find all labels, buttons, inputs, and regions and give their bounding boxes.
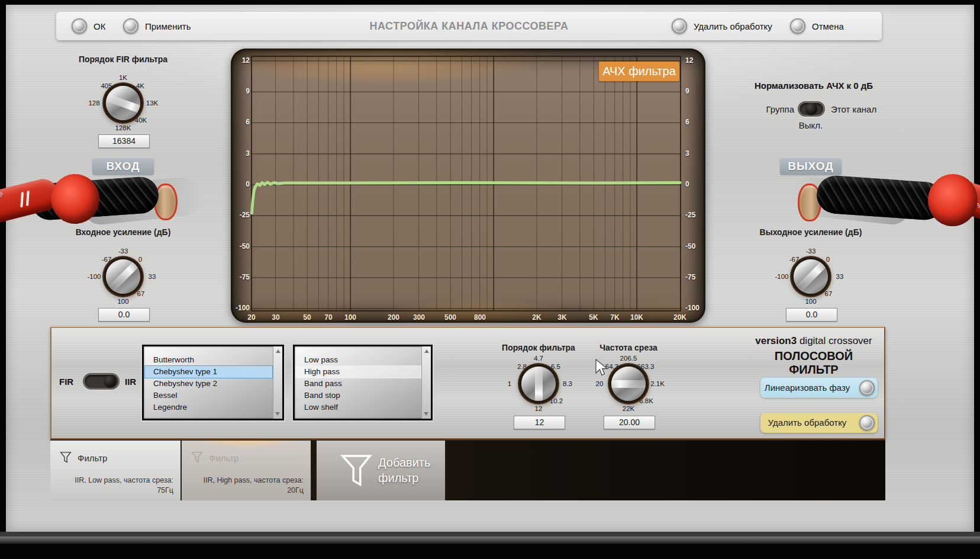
filter-type-item[interactable]: Chebyshev type 2 <box>145 378 272 390</box>
filter-tab-1-value: 75Гц <box>56 486 173 496</box>
filter-kind-item-selected[interactable]: High pass <box>296 366 421 378</box>
delete-filter-processing-button[interactable]: Удалить обработку <box>760 413 878 433</box>
input-gain-knob[interactable] <box>106 259 140 294</box>
filter-kind-item[interactable]: Band pass <box>296 378 421 390</box>
response-chart: 12 9 6 3 0 -25 -50 -75 -100 12 9 6 3 0 -… <box>231 49 705 323</box>
filter-tab-2-desc: IIR, High pass, частота среза: 20Гц <box>188 476 304 496</box>
fir-toggle-label: FIR <box>59 377 73 387</box>
fir-order-value[interactable]: 16384 <box>98 134 150 148</box>
gain-tick: -67 <box>102 256 112 263</box>
filter-type-list: Butterworth Chebyshev type 1 Chebyshev t… <box>142 345 284 420</box>
gain-tick: -33 <box>118 248 128 255</box>
input-gain-label: Входное усиление (дБ) <box>59 227 187 237</box>
gain-tick: 0 <box>138 256 142 263</box>
order-tick: 1 <box>508 380 511 387</box>
input-gain-knob-group: -100 -67 -33 0 33 67 100 <box>73 240 173 311</box>
output-gain-value[interactable]: 0.0 <box>786 308 837 322</box>
funnel-icon <box>340 454 372 489</box>
filter-type-item-selected[interactable]: Chebyshev type 1 <box>145 366 272 378</box>
filter-kind-scrollbar[interactable] <box>421 346 431 419</box>
cutoff-tick: 6.8K <box>639 397 653 404</box>
normalize-toggle[interactable] <box>798 101 825 117</box>
fir-tick: 13K <box>146 99 158 107</box>
filter-type-item[interactable]: Bessel <box>145 390 272 401</box>
cutoff-tick: 206.5 <box>620 355 637 362</box>
gain-tick: 33 <box>149 273 156 280</box>
gain-tick: 67 <box>825 290 833 297</box>
filter-section-title: ПОЛОСОВОЙ ФИЛЬТР <box>750 349 878 377</box>
filter-kind-item[interactable]: Low shelf <box>296 401 421 413</box>
cutoff-tick: 663.3 <box>637 363 655 370</box>
filter-kind-item[interactable]: Low pass <box>296 354 421 366</box>
filter-tab-2[interactable]: Фильтр IIR, High pass, частота среза: 20… <box>182 441 312 500</box>
cancel-button[interactable]: Отмена <box>790 12 844 40</box>
mouse-cursor-icon <box>594 359 610 377</box>
filter-tab-1-desc-line: IIR, Low pass, частота среза: <box>56 476 173 486</box>
output-gain-knob[interactable] <box>794 259 828 294</box>
fir-iir-toggle[interactable] <box>83 373 120 390</box>
iir-toggle-label: IIR <box>125 377 136 387</box>
scroll-up-icon[interactable] <box>276 349 281 353</box>
gain-tick: 67 <box>137 290 145 297</box>
delete-processing-button-label: Удалить обработку <box>694 21 772 31</box>
order-tick: 10.2 <box>550 397 563 404</box>
filter-type-item[interactable]: Legendre <box>145 401 272 413</box>
gain-tick: 33 <box>836 273 844 280</box>
input-badge: ВХОД <box>92 158 154 175</box>
gain-tick: 100 <box>805 298 816 305</box>
filter-tab-2-desc-line: IIR, High pass, частота среза: <box>188 476 304 486</box>
filter-order-knob-group: 1 2.8 4.7 6.5 8.3 10.2 12 <box>488 347 589 418</box>
scroll-down-icon[interactable] <box>424 412 428 416</box>
output-gain-knob-group: -100 -67 -33 0 33 67 100 <box>760 240 861 311</box>
fir-tick: 128K <box>115 124 131 131</box>
normalize-toggle-knob <box>805 103 817 115</box>
linearize-phase-label: Линеаризовать фазу <box>760 378 854 398</box>
brand-line: version3 digital crossover <box>750 335 878 347</box>
fir-tick: 1K <box>119 74 127 81</box>
gain-tick: 0 <box>826 256 830 263</box>
gain-tick: -33 <box>806 248 816 255</box>
add-filter-button[interactable]: Добавить фильтр <box>315 441 446 500</box>
order-tick: 8.3 <box>563 380 572 387</box>
filter-tab-1[interactable]: Фильтр IIR, Low pass, частота среза: 75Г… <box>50 441 182 500</box>
scroll-up-icon[interactable] <box>424 349 429 353</box>
filter-kind-item[interactable]: Band stop <box>296 390 421 401</box>
delete-filter-processing-icon <box>859 415 875 431</box>
fir-tick: 405 <box>101 82 112 89</box>
cutoff-value[interactable]: 20.00 <box>604 416 655 429</box>
cutoff-knob[interactable] <box>611 367 646 401</box>
cutoff-tick: 20 <box>596 380 604 387</box>
output-badge: ВЫХОД <box>780 158 842 175</box>
filter-tab-2-label: Фильтр <box>209 453 238 463</box>
fir-iir-toggle-knob <box>104 375 116 387</box>
fir-order-knob[interactable] <box>106 86 140 120</box>
filter-kind-list: Low pass High pass Band pass Band stop L… <box>293 345 433 420</box>
order-tick: 6.5 <box>551 363 560 370</box>
filter-type-item[interactable]: Butterworth <box>145 354 272 366</box>
filter-type-scrollbar[interactable] <box>273 346 282 419</box>
fir-tick: 128 <box>88 99 99 107</box>
gain-tick: -100 <box>775 273 788 280</box>
linearize-phase-button[interactable]: Линеаризовать фазу <box>760 378 878 398</box>
order-tick: 2.8 <box>517 363 527 370</box>
scroll-down-icon[interactable] <box>275 412 280 416</box>
chart-title-badge: АЧХ фильтра <box>599 62 679 81</box>
input-cable-graphic: dePhonica crossover kit <box>0 174 206 233</box>
crossover-channel-window: ОК Применить НАСТРОЙКА КАНАЛА КРОССОВЕРА… <box>0 0 980 559</box>
filter-tab-2-value: 20Гц <box>188 486 304 496</box>
delete-processing-button[interactable]: Удалить обработку <box>672 12 772 40</box>
normalize-option-group[interactable]: Группа <box>757 104 794 114</box>
cable-brand-text: dePhonica crossover kit <box>0 191 5 240</box>
funnel-icon <box>191 451 203 464</box>
fir-order-knob-group: 128 405 1K 4K 13K 40K 128K <box>73 66 173 137</box>
filter-tab-1-desc: IIR, Low pass, частота среза: 75Гц <box>56 476 173 496</box>
fir-order-label: Порядок FIR фильтра <box>59 54 187 64</box>
delete-filter-processing-label: Удалить обработку <box>760 413 854 433</box>
order-tick: 12 <box>535 405 543 412</box>
filter-order-value[interactable]: 12 <box>514 416 565 429</box>
cutoff-knob-group: 20 64.3 206.5 663.3 2.1K 6.8K 22K <box>578 347 679 418</box>
chart-grid-and-curve <box>231 49 705 323</box>
filter-order-knob[interactable] <box>521 367 556 401</box>
normalize-option-channel[interactable]: Этот канал <box>831 104 876 114</box>
input-gain-value[interactable]: 0.0 <box>98 308 150 322</box>
